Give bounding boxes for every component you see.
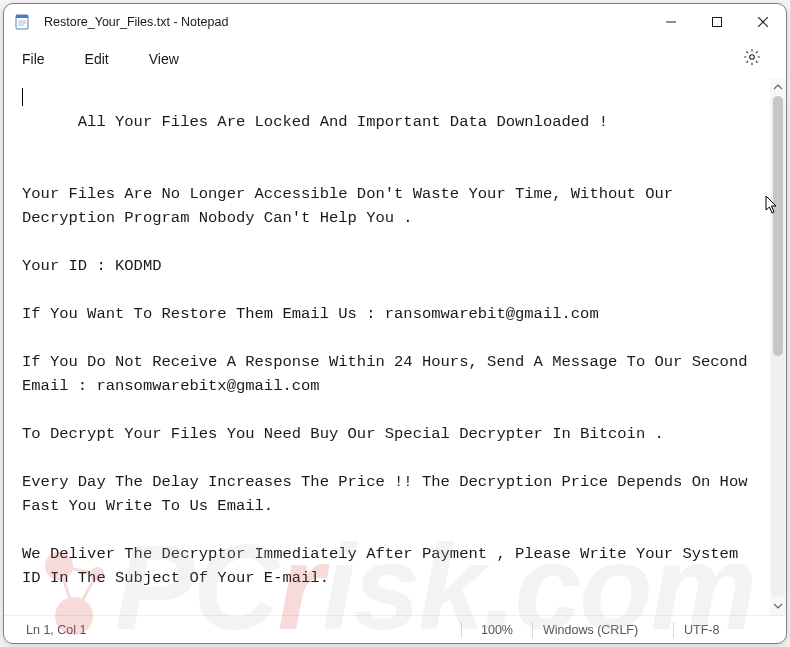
status-encoding: UTF-8 (674, 623, 774, 637)
status-position: Ln 1, Col 1 (16, 623, 196, 637)
text-editor[interactable]: All Your Files Are Locked And Important … (4, 78, 770, 615)
titlebar: Restore_Your_Files.txt - Notepad (4, 4, 786, 40)
text-caret (22, 88, 23, 106)
settings-button[interactable] (736, 43, 768, 75)
window-controls (648, 4, 786, 40)
status-line-ending: Windows (CRLF) (533, 623, 673, 637)
statusbar: Ln 1, Col 1 100% Windows (CRLF) UTF-8 (4, 615, 786, 643)
gear-icon (743, 48, 761, 70)
scroll-track[interactable] (771, 96, 785, 597)
notepad-icon (14, 14, 30, 30)
scroll-thumb[interactable] (773, 96, 783, 356)
window-title: Restore_Your_Files.txt - Notepad (44, 15, 648, 29)
menu-file[interactable]: File (20, 47, 47, 71)
content-area: All Your Files Are Locked And Important … (4, 78, 786, 615)
svg-rect-6 (713, 18, 722, 27)
notepad-window: Restore_Your_Files.txt - Notepad File Ed… (3, 3, 787, 644)
svg-rect-1 (16, 15, 28, 18)
menu-view[interactable]: View (147, 47, 181, 71)
scroll-up-arrow[interactable] (771, 80, 785, 94)
scroll-down-arrow[interactable] (771, 599, 785, 613)
close-button[interactable] (740, 4, 786, 40)
menu-edit[interactable]: Edit (83, 47, 111, 71)
editor-text: All Your Files Are Locked And Important … (22, 113, 757, 615)
minimize-button[interactable] (648, 4, 694, 40)
maximize-button[interactable] (694, 4, 740, 40)
vertical-scrollbar[interactable] (770, 78, 786, 615)
menubar: File Edit View (4, 40, 786, 78)
status-zoom: 100% (462, 623, 532, 637)
svg-point-9 (750, 55, 755, 60)
